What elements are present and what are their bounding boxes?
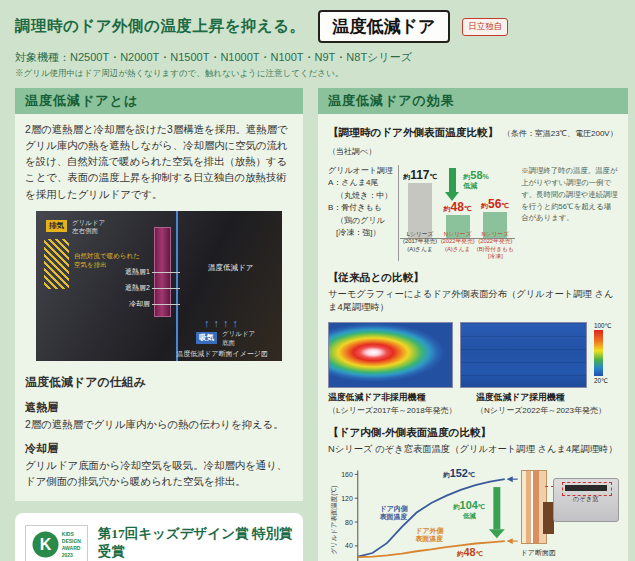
intake-badge: 吸気 [196, 332, 217, 344]
old-model-caption: 温度低減ドア非採用機種 （Lシリーズ2017年～2018年発売） [328, 392, 469, 416]
left-panel: 2層の遮熱層と冷却層を設けた3層構造を採用。遮熱層でグリル庫内の熱を遮熱しながら… [15, 114, 303, 501]
intake-arrows-icon: ↑↑↑↑ [204, 317, 242, 329]
inner-outer-temp-section: 【ドア内側-外側表面温度の比較】 Nシリーズ のぞき窓表面温度（グリルオート調理… [328, 426, 618, 561]
door-cross-section-caption: ドア断面図 [521, 548, 556, 558]
caution-note: ※グリル使用中はドア周辺が熱くなりますので、触れないように注意してください。 [15, 68, 620, 80]
section2-title: 【従来品との比較】 [328, 271, 618, 285]
temperature-scale: 100℃ 20℃ [594, 322, 618, 384]
award-details: 第17回キッズデザイン賞 特別賞受賞 部門名：子どもたちの安全・安心に貢献するデ… [98, 525, 293, 561]
hitachi-original-badge: 日立独自 [462, 18, 508, 36]
svg-text:表面温度: 表面温度 [414, 534, 443, 543]
diagram-caption: 温度低減ドア断面イメージ図 [176, 349, 268, 359]
exhaust-location-label: グリルドア 左右側面 [72, 219, 124, 237]
mechanism-title: 温度低減ドアの仕組み [25, 374, 293, 391]
layer2-label: 遮熱層2 [64, 283, 150, 293]
reduction-label: 約58%低減 [463, 169, 488, 191]
right-column: 温度低減ドアの効果 【調理時のドア外側表面温度比較】 （条件：室温23℃、電圧2… [318, 88, 628, 561]
mechanism-item2-title: 冷却層 [25, 441, 293, 456]
door-illustration: ドア断面図 のぞき窓 [519, 462, 618, 561]
scale-bottom-label: 20℃ [594, 377, 618, 384]
bar-category-label: Nシリーズ (2022年発売) (A)さんま [439, 231, 477, 261]
door-front-view-image: のぞき窓 [553, 478, 619, 522]
target-models: 対象機種：N2500T・N2000T・N1500T・N1000T・N100T・N… [15, 50, 620, 65]
door-name-label: 温度低減ドア [208, 263, 253, 273]
feature-name-box: 温度低減ドア [318, 10, 451, 43]
bar-category-label: Lシリーズ (2017年発売) (A)さんま [401, 231, 439, 261]
old-model-caption-title: 温度低減ドア非採用機種 [328, 392, 469, 404]
kids-design-logo-text: KIDS DESIGN AWARD 2023 [62, 531, 81, 558]
section2-subtitle: サーモグラフィーによるドア外側表面分布（グリルオート調理 さんま4尾調理時） [328, 288, 618, 315]
section1-note: ※調理終了時の温度。温度が上がりやすい調理の一例です。長時間の調理や連続調理を行… [521, 165, 618, 261]
new-model-caption: 温度低減ドア採用機種 （Nシリーズ2022年～2023年発売） [476, 392, 617, 416]
window-label: のぞき窓 [554, 495, 618, 504]
svg-text:80: 80 [345, 519, 353, 526]
cooking-menu-label: グリルオート調理 A：さんま4尾 （丸焼き：中） B：骨付きもも （鶏のグリル … [328, 165, 398, 261]
svg-text:約152℃: 約152℃ [442, 468, 475, 480]
reduction-arrow-icon [445, 168, 459, 201]
temperature-scale-bar [594, 330, 603, 376]
svg-text:120: 120 [341, 495, 353, 502]
layer1-label: 遮熱層1 [64, 267, 150, 277]
page: 調理時のドア外側の温度上昇を抑える。 温度低減ドア 日立独自 対象機種：N250… [0, 0, 635, 561]
svg-text:約104℃: 約104℃ [452, 500, 485, 512]
kids-design-award-card: K KIDS DESIGN AWARD 2023 キッズデザイン協議会が表彰した… [15, 513, 303, 561]
surface-temp-comparison-section: 【調理時のドア外側表面温度比較】 （条件：室温23℃、電圧200V）（当社調べ）… [328, 122, 618, 261]
section3-subtitle: Nシリーズ のぞき窓表面温度（グリルオート調理 さんま4尾調理時） [328, 443, 618, 456]
new-model-caption-title: 温度低減ドア採用機種 [476, 392, 617, 404]
left-section-header: 温度低減ドアとは [15, 88, 303, 114]
svg-text:グリルドア表面温度(℃): グリルドア表面温度(℃) [330, 486, 338, 555]
svg-text:約48℃: 約48℃ [456, 546, 483, 558]
kids-design-k-icon: K [32, 531, 59, 558]
mechanism-item2-text: グリルドア底面から冷却空気を吸気。冷却層内を通り、ドア側面の排気穴から暖められた… [25, 458, 293, 489]
page-title: 調理時のドア外側の温度上昇を抑える。 [15, 16, 306, 37]
kids-design-award-logo: K KIDS DESIGN AWARD 2023 キッズデザイン協議会が表彰した… [25, 525, 88, 561]
intro-text: 2層の遮熱層と冷却層を設けた3層構造を採用。遮熱層でグリル庫内の熱を遮熱しながら… [25, 122, 293, 203]
svg-text:160: 160 [341, 471, 353, 478]
svg-text:40: 40 [345, 543, 353, 550]
svg-text:ドア内側: ドア内側 [380, 505, 408, 514]
door-structure-diagram: 排気 グリルドア 左右側面 自然対流で暖められた空気を排出 遮熱層1 遮熱層2 … [36, 211, 282, 361]
svg-text:K: K [40, 536, 52, 553]
svg-text:ドア外側: ドア外側 [415, 527, 443, 535]
scale-top-label: 100℃ [594, 322, 618, 329]
mechanism-item1-title: 遮熱層 [25, 400, 293, 415]
bar-category-label: Nシリーズ (2022年発売) (B)骨付きもも[冷凍] [477, 231, 515, 261]
layer3-label: 冷却層 [64, 299, 150, 309]
right-section-header: 温度低減ドアの効果 [318, 88, 628, 114]
mechanism-item1-text: 2層の遮熱層でグリル庫内からの熱の伝わりを抑える。 [25, 417, 293, 433]
award-title: 第17回キッズデザイン賞 特別賞受賞 [98, 525, 293, 561]
exhaust-hatch-arrows-icon [44, 239, 69, 289]
page-header: 調理時のドア外側の温度上昇を抑える。 温度低減ドア 日立独自 対象機種：N250… [0, 0, 635, 80]
svg-text:低減: 低減 [462, 512, 476, 520]
right-panel: 【調理時のドア外側表面温度比較】 （条件：室温23℃、電圧200V）（当社調べ）… [318, 114, 628, 561]
thermography-old-model-image [328, 322, 453, 388]
intake-location-label: グリルドア 底面 [222, 330, 274, 348]
section3-title: 【ドア内側-外側表面温度の比較】 [328, 426, 618, 440]
svg-text:表面温度: 表面温度 [379, 512, 408, 521]
thermography-section: 【従来品との比較】 サーモグラフィーによるドア外側表面分布（グリルオート調理 さ… [328, 271, 618, 416]
exhaust-badge: 排気 [46, 220, 67, 232]
cooling-air-line [176, 211, 178, 361]
bar-column: 約117℃ [404, 168, 436, 238]
thermography-new-model-image [460, 322, 587, 388]
bar-chart-categories: Lシリーズ (2017年発売) (A)さんまNシリーズ (2022年発売) (A… [400, 231, 515, 261]
left-column: 温度低減ドアとは 2層の遮熱層と冷却層を設けた3層構造を採用。遮熱層でグリル庫内… [15, 88, 303, 561]
bar-chart: 約117℃約48℃約56℃ Lシリーズ (2017年発売) (A)さんまNシリー… [398, 165, 515, 261]
new-model-caption-sub: （Nシリーズ2022年～2023年発売） [476, 405, 617, 416]
section1-title: 【調理時のドア外側表面温度比較】 [328, 126, 498, 138]
old-model-caption-sub: （Lシリーズ2017年～2018年発売） [328, 405, 469, 416]
window-highlight-box [562, 482, 612, 496]
line-chart-svg: 0408012016005101520調理時間(分)グリルドア表面温度(℃)約1… [328, 462, 519, 561]
